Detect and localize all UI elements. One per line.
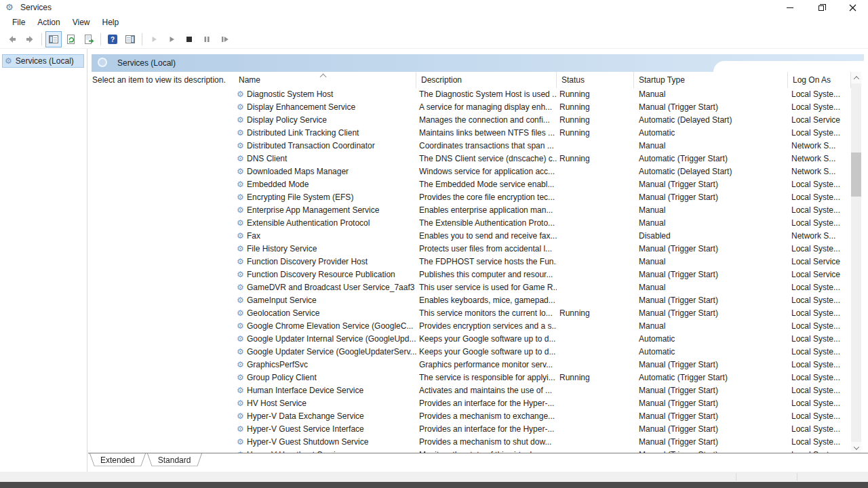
service-status	[557, 384, 634, 397]
refresh-button[interactable]	[63, 31, 79, 47]
table-row[interactable]: ⚙ Hyper-V Guest Shutdown Service Provide…	[234, 436, 851, 449]
service-name: Geolocation Service	[247, 307, 319, 320]
service-name: Downloaded Maps Manager	[247, 165, 349, 178]
table-row[interactable]: ⚙ GraphicsPerfSvc Graphics performance m…	[234, 359, 851, 371]
table-row[interactable]: ⚙ DNS Client The DNS Client service (dns…	[234, 152, 851, 165]
table-row[interactable]: ⚙ Fax Enables you to send and receive fa…	[234, 230, 851, 243]
table-row[interactable]: ⚙ Google Chrome Elevation Service (Googl…	[234, 320, 851, 333]
help-button[interactable]: ?	[104, 31, 121, 47]
service-status	[557, 178, 634, 191]
service-name: Distributed Link Tracking Client	[247, 127, 359, 140]
table-row[interactable]: ⚙ Group Policy Client The service is res…	[234, 371, 851, 384]
service-status	[557, 243, 634, 256]
table-row[interactable]: ⚙ GameInput Service Enables keyboards, m…	[234, 294, 851, 307]
table-row[interactable]: ⚙ Geolocation Service This service monit…	[234, 307, 851, 320]
column-header-name[interactable]: Name	[234, 72, 416, 88]
tree-item-services-local[interactable]: ⚙ Services (Local)	[2, 54, 84, 68]
service-description: Enables keyboards, mice, gamepad...	[416, 294, 557, 307]
table-row[interactable]: ⚙ Encrypting File System (EFS) Provides …	[234, 191, 851, 204]
service-gear-icon: ⚙	[237, 243, 247, 256]
service-description: Provides an interface for the Hyper-...	[416, 397, 557, 410]
restore-button[interactable]	[806, 0, 837, 15]
service-status	[557, 165, 634, 178]
vertical-scrollbar[interactable]	[851, 72, 861, 453]
table-row[interactable]: ⚙ HV Host Service Provides an interface …	[234, 397, 851, 410]
table-row[interactable]: ⚙ Enterprise App Management Service Enab…	[234, 204, 851, 217]
service-log-on-as: Local Syste...	[788, 436, 851, 449]
table-row[interactable]: ⚙ Google Updater Internal Service (Googl…	[234, 333, 851, 346]
service-description: Manages the connection and confi...	[416, 114, 557, 127]
service-description: This user service is used for Game R...	[416, 281, 557, 294]
table-row[interactable]: ⚙ Hyper-V Guest Service Interface Provid…	[234, 423, 851, 436]
table-row[interactable]: ⚙ Function Discovery Provider Host The F…	[234, 256, 851, 268]
table-row[interactable]: ⚙ GameDVR and Broadcast User Service_7aa…	[234, 281, 851, 294]
service-gear-icon: ⚙	[237, 423, 247, 436]
minimize-button[interactable]	[774, 0, 806, 15]
service-startup-type: Automatic	[634, 333, 788, 346]
services-main-pane: Services (Local) Select an item to view …	[88, 49, 868, 472]
table-row[interactable]: ⚙ Google Updater Service (GoogleUpdaterS…	[234, 346, 851, 359]
table-row[interactable]: ⚙ Display Policy Service Manages the con…	[234, 114, 851, 127]
column-header-description[interactable]: Description	[416, 72, 557, 88]
service-log-on-as: Network S...	[788, 165, 851, 178]
table-row[interactable]: ⚙ Distributed Link Tracking Client Maint…	[234, 127, 851, 140]
start-service-button[interactable]	[146, 31, 162, 47]
stop-service-icon	[184, 34, 195, 45]
close-button[interactable]	[837, 0, 868, 15]
service-gear-icon: ⚙	[237, 294, 247, 307]
stop-service-button[interactable]	[181, 31, 197, 47]
tab-standard[interactable]: Standard	[147, 453, 202, 469]
show-console-tree-button[interactable]	[45, 31, 62, 47]
service-description: The Extensible Authentication Proto...	[416, 217, 557, 230]
table-row[interactable]: ⚙ Display Enhancement Service A service …	[234, 101, 851, 114]
service-startup-type: Manual (Trigger Start)	[634, 410, 788, 423]
resume-service-button[interactable]	[163, 31, 180, 47]
table-row[interactable]: ⚙ Extensible Authentication Protocol The…	[234, 217, 851, 230]
service-gear-icon: ⚙	[237, 346, 247, 359]
pause-service-button[interactable]	[199, 31, 215, 47]
column-header-status[interactable]: Status	[557, 72, 634, 88]
column-header-log-on-as[interactable]: Log On As	[788, 72, 851, 88]
service-gear-icon: ⚙	[237, 204, 247, 217]
service-gear-icon: ⚙	[237, 320, 247, 333]
back-button[interactable]	[4, 31, 20, 47]
service-log-on-as: Local Syste...	[788, 371, 851, 384]
service-name: Function Discovery Resource Publication	[247, 268, 395, 281]
service-gear-icon: ⚙	[237, 256, 247, 268]
scroll-down-button[interactable]	[851, 442, 861, 453]
menu-view[interactable]: View	[66, 15, 96, 30]
service-status	[557, 217, 634, 230]
menu-file[interactable]: File	[6, 15, 31, 30]
table-row[interactable]: ⚙ Function Discovery Resource Publicatio…	[234, 268, 851, 281]
export-list-button[interactable]	[81, 31, 97, 47]
restart-service-button[interactable]	[216, 31, 233, 47]
service-name: GameInput Service	[247, 294, 317, 307]
services-list-body: ⚙ Diagnostic System Host The Diagnostic …	[234, 88, 851, 453]
service-description: The Diagnostic System Host is used ...	[416, 88, 557, 101]
service-log-on-as: Local Syste...	[788, 397, 851, 410]
scroll-up-button[interactable]	[851, 72, 861, 83]
service-log-on-as: Local Syste...	[788, 101, 851, 114]
table-row[interactable]: ⚙ File History Service Protects user fil…	[234, 243, 851, 256]
service-description: Keeps your Google software up to d...	[416, 333, 557, 346]
service-startup-type: Manual (Trigger Start)	[634, 243, 788, 256]
scrollbar-thumb[interactable]	[851, 152, 861, 197]
table-row[interactable]: ⚙ Distributed Transaction Coordinator Co…	[234, 140, 851, 152]
table-row[interactable]: ⚙ Downloaded Maps Manager Windows servic…	[234, 165, 851, 178]
table-row[interactable]: ⚙ Hyper-V Data Exchange Service Provides…	[234, 410, 851, 423]
menu-action[interactable]: Action	[31, 15, 66, 30]
service-gear-icon: ⚙	[237, 165, 247, 178]
menu-help[interactable]: Help	[96, 15, 125, 30]
service-status: Running	[557, 88, 634, 101]
service-status: Running	[557, 127, 634, 140]
table-row[interactable]: ⚙ Human Interface Device Service Activat…	[234, 384, 851, 397]
column-header-startup-type[interactable]: Startup Type	[634, 72, 788, 88]
forward-button[interactable]	[22, 31, 38, 47]
table-row[interactable]: ⚙ Diagnostic System Host The Diagnostic …	[234, 88, 851, 101]
show-action-pane-button[interactable]	[122, 31, 138, 47]
service-gear-icon: ⚙	[237, 88, 247, 101]
service-log-on-as: Local Syste...	[788, 307, 851, 320]
table-row[interactable]: ⚙ Embedded Mode The Embedded Mode servic…	[234, 178, 851, 191]
tab-extended[interactable]: Extended	[90, 453, 146, 469]
service-status	[557, 294, 634, 307]
